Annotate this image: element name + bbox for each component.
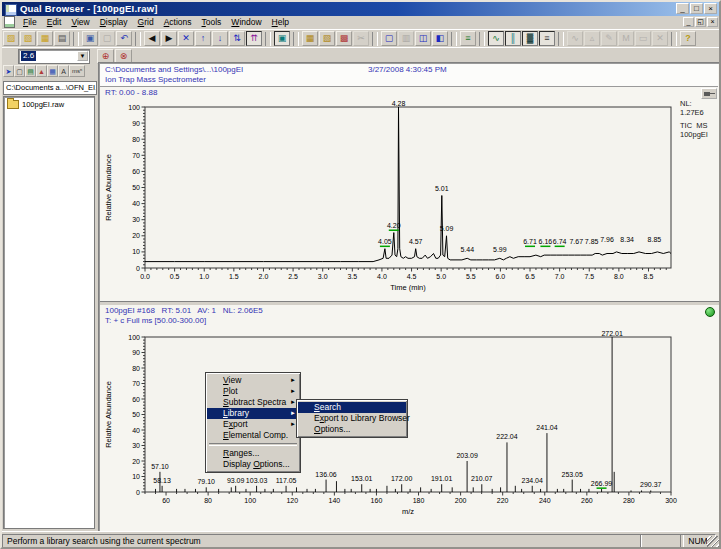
tab-map[interactable]: ▦ — [47, 65, 58, 77]
grid-restore-button[interactable]: ▥ — [398, 31, 414, 46]
menu-actions[interactable]: Actions — [159, 16, 197, 29]
tab-spectrum[interactable]: ▲ — [36, 65, 47, 77]
context-menu: View►Plot►Subtract Spectra►Library►Expor… — [205, 372, 301, 473]
svg-text:80: 80 — [132, 136, 140, 143]
zoom-y-button[interactable]: ⇅ — [229, 31, 245, 46]
context-view[interactable]: View► — [207, 375, 299, 386]
context-ranges[interactable]: Ranges... — [207, 448, 299, 459]
context-subtract-spectra[interactable]: Subtract Spectra► — [207, 397, 299, 408]
next-range-button[interactable]: ▶ — [161, 31, 177, 46]
undo-button[interactable]: ↶ — [116, 31, 132, 46]
clear-button[interactable]: ✕ — [652, 31, 668, 46]
status-log-button[interactable]: ▭ — [635, 31, 651, 46]
view-spectrum-button[interactable]: ║ — [505, 31, 521, 46]
open-result-file-button[interactable]: ▧ — [20, 31, 36, 46]
insert-cell-below-button[interactable]: ▧ — [319, 31, 335, 46]
reset-scaling-button[interactable]: ✕ — [178, 31, 194, 46]
menu-window[interactable]: Window — [226, 16, 266, 29]
child-minimize-button[interactable]: _ — [683, 17, 694, 27]
grid-maximize-cell-button[interactable]: ▢ — [381, 31, 397, 46]
menu-edit[interactable]: Edit — [42, 16, 67, 29]
tic-chromatogram-plot[interactable]: 0.00.51.01.52.02.53.03.54.04.55.05.56.06… — [100, 98, 678, 301]
svg-text:90: 90 — [132, 349, 140, 356]
library-search[interactable]: Search — [298, 402, 406, 413]
spectrum-list-button[interactable]: ∿ — [567, 31, 583, 46]
pin-cell-button[interactable]: ≡ — [460, 31, 476, 46]
svg-text:5.09: 5.09 — [440, 225, 454, 232]
display-options-button[interactable]: ▣ — [274, 31, 290, 46]
paste-button[interactable]: ▢ — [99, 31, 115, 46]
svg-text:3.0: 3.0 — [318, 273, 328, 280]
svg-text:260: 260 — [581, 497, 593, 504]
menu-item-label: Elemental Comp. — [223, 430, 288, 440]
context-plot[interactable]: Plot► — [207, 386, 299, 397]
insert-cell-above-button[interactable]: ▦ — [302, 31, 318, 46]
view-chromatogram-button[interactable]: ∿ — [488, 31, 504, 46]
svg-text:10: 10 — [132, 473, 140, 480]
maximize-button[interactable]: □ — [690, 3, 703, 14]
svg-text:8.0: 8.0 — [614, 273, 624, 280]
svg-text:6.71: 6.71 — [523, 238, 537, 245]
print-button[interactable]: ▤ — [54, 31, 70, 46]
cut-cell-button[interactable]: ✂ — [353, 31, 369, 46]
delete-cell-button[interactable]: ▩ — [336, 31, 352, 46]
zoom-in-y-button[interactable]: ↑ — [195, 31, 211, 46]
open-layout-button[interactable]: ▦ — [37, 31, 53, 46]
title-bar[interactable]: Qual Browser - [100pgEI.raw] _ □ × — [2, 2, 719, 16]
file-tree[interactable]: 100pgEI.raw — [3, 96, 95, 529]
scan-filter-button[interactable]: ▵ — [584, 31, 600, 46]
range-combobox[interactable]: 2.6 ▼ — [18, 49, 90, 64]
child-close-button[interactable]: × — [707, 17, 718, 27]
tab-file[interactable]: ▢ — [14, 65, 25, 77]
open-raw-file-button[interactable]: ▨ — [3, 31, 19, 46]
view-map-button[interactable]: ▓ — [522, 31, 538, 46]
view-scan-header-button[interactable]: ≡ — [539, 31, 555, 46]
menu-tools[interactable]: Tools — [197, 16, 227, 29]
svg-text:10: 10 — [132, 248, 140, 255]
tab-report[interactable]: A — [58, 65, 69, 77]
grid-split-horizontal-button[interactable]: ◫ — [415, 31, 431, 46]
menu-view[interactable]: View — [66, 16, 94, 29]
help-button[interactable]: ? — [680, 31, 696, 46]
library-export-to-library-browser[interactable]: Export to Library Browser — [298, 413, 406, 424]
folder-icon — [7, 100, 19, 109]
mass-options-button[interactable]: M — [618, 31, 634, 46]
previous-range-button[interactable]: ◀ — [144, 31, 160, 46]
svg-text:70: 70 — [132, 152, 140, 159]
context-display-options[interactable]: Display Options... — [207, 459, 299, 470]
menu-display[interactable]: Display — [95, 16, 133, 29]
close-button[interactable]: × — [704, 3, 717, 14]
library-options[interactable]: Options... — [298, 424, 406, 435]
context-export[interactable]: Export► — [207, 419, 299, 430]
tree-item[interactable]: 100pgEI.raw — [4, 97, 94, 109]
annotate-button[interactable]: ✎ — [601, 31, 617, 46]
svg-text:266.99: 266.99 — [591, 480, 613, 487]
chromatogram-range-label: RT: 0.00 - 8.88 — [105, 88, 157, 97]
tab-pin[interactable]: ➤ — [3, 65, 14, 77]
active-pin-icon[interactable] — [705, 307, 715, 317]
normalize-button[interactable]: ⇈ — [246, 31, 262, 46]
tab-msn[interactable]: msⁿ — [69, 65, 85, 77]
menu-help[interactable]: Help — [267, 16, 294, 29]
svg-text:180: 180 — [413, 497, 425, 504]
copy-button[interactable]: ▣ — [82, 31, 98, 46]
menu-grid[interactable]: Grid — [133, 16, 159, 29]
svg-text:100: 100 — [244, 497, 256, 504]
svg-text:4.28: 4.28 — [392, 100, 406, 107]
chromatogram-cell[interactable]: RT: 0.00 - 8.88 0.00.51.01.52.02.53.03.5… — [100, 87, 719, 301]
svg-text:79.10: 79.10 — [197, 478, 215, 485]
menu-file[interactable]: File — [18, 16, 42, 29]
tab-chromatogram[interactable]: ▤ — [25, 65, 36, 77]
svg-text:3.5: 3.5 — [347, 273, 357, 280]
context-library[interactable]: Library► — [207, 408, 299, 419]
context-elemental-comp[interactable]: Elemental Comp. — [207, 430, 299, 441]
zoom-out-y-button[interactable]: ↓ — [212, 31, 228, 46]
resize-grip[interactable] — [707, 536, 719, 548]
minimize-button[interactable]: _ — [676, 3, 689, 14]
grid-split-vertical-button[interactable]: ◧ — [432, 31, 448, 46]
sequence-path-box[interactable]: C:\Documents a...\OFN_EI.sld — [3, 81, 97, 95]
menu-item-label: Options... — [314, 424, 350, 434]
child-restore-button[interactable]: ◱ — [695, 17, 706, 27]
chevron-down-icon[interactable]: ▼ — [77, 51, 88, 61]
pin-icon[interactable] — [701, 88, 717, 99]
